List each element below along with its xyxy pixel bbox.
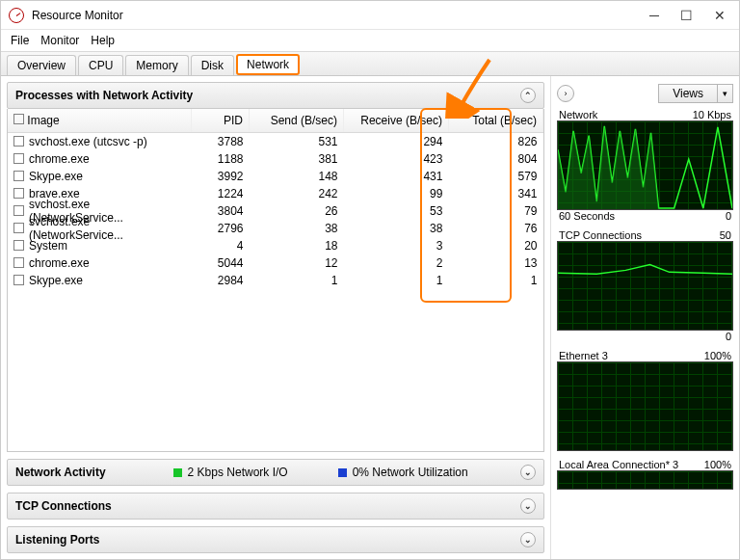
table-row[interactable]: svchost.exe (utcsvc -p)3788531294826 — [8, 132, 543, 150]
table-row[interactable]: Skype.exe3992148431579 — [8, 168, 543, 185]
menu-monitor[interactable]: Monitor — [40, 34, 79, 47]
cell-total: 579 — [448, 168, 542, 185]
main-pane: Processes with Network Activity ⌃ Image … — [1, 76, 551, 559]
cell-image: chrome.exe — [29, 256, 90, 270]
cell-pid: 1224 — [192, 185, 250, 202]
nav-right-icon[interactable]: › — [557, 85, 574, 102]
cell-send: 12 — [250, 254, 344, 272]
cell-image: svchost.exe (utcsvc -p) — [29, 135, 147, 148]
table-row[interactable]: chrome.exe504412213 — [8, 254, 543, 272]
cell-recv: 423 — [344, 150, 449, 168]
menu-file[interactable]: File — [11, 34, 29, 47]
cell-total: 826 — [448, 132, 542, 150]
cell-pid: 3992 — [192, 168, 250, 185]
col-send[interactable]: Send (B/sec) — [250, 109, 344, 132]
table-row[interactable]: Skype.exe2984111 — [8, 272, 543, 289]
cell-pid: 3788 — [192, 132, 250, 150]
col-image[interactable]: Image — [27, 114, 59, 127]
listening-header[interactable]: Listening Ports ⌄ — [7, 526, 544, 553]
graph2-title: TCP Connections — [559, 229, 642, 241]
graph2-foot-right: 0 — [726, 331, 731, 342]
graph3-title: Ethernet 3 — [559, 350, 608, 361]
checkbox-all[interactable] — [13, 114, 24, 124]
col-receive[interactable]: Receive (B/sec) — [344, 109, 449, 132]
row-checkbox[interactable] — [13, 223, 24, 233]
network-activity-title: Network Activity — [15, 466, 106, 479]
table-header-row: Image PID Send (B/sec) Receive (B/sec) T… — [8, 109, 543, 132]
chevron-down-icon[interactable]: ⌄ — [520, 465, 536, 480]
io-color-icon — [173, 468, 182, 477]
titlebar: Resource Monitor ─ ☐ ✕ — [1, 1, 739, 30]
cell-pid: 1188 — [192, 150, 250, 168]
minimize-button[interactable]: ─ — [649, 8, 659, 23]
chevron-down-icon[interactable]: ⌄ — [520, 498, 536, 514]
row-checkbox[interactable] — [13, 136, 24, 147]
graph4-max: 100% — [704, 459, 731, 470]
network-activity-stats: 2 Kbps Network I/O 0% Network Utilizatio… — [173, 466, 468, 479]
menu-help[interactable]: Help — [91, 34, 115, 47]
util-color-icon — [338, 468, 347, 477]
row-checkbox[interactable] — [13, 205, 24, 216]
tab-overview[interactable]: Overview — [7, 55, 76, 75]
cell-pid: 2984 — [192, 272, 250, 289]
cell-image: System — [29, 239, 67, 253]
cell-total: 79 — [448, 202, 542, 220]
views-dropdown-icon[interactable]: ▾ — [717, 85, 732, 102]
maximize-button[interactable]: ☐ — [680, 8, 693, 23]
row-checkbox[interactable] — [13, 188, 24, 199]
graph-network: Network 10 Kbps 60 Seconds 0 — [557, 109, 733, 222]
tab-network[interactable]: Network — [236, 54, 300, 75]
processes-title: Processes with Network Activity — [15, 89, 193, 102]
cell-recv: 3 — [344, 237, 449, 254]
network-activity-header[interactable]: Network Activity 2 Kbps Network I/O 0% N… — [7, 459, 544, 486]
row-checkbox[interactable] — [13, 257, 24, 268]
graph2-max: 50 — [720, 229, 731, 241]
graph-lac3: Local Area Connection* 3 100% — [557, 459, 733, 490]
graph1-title: Network — [559, 109, 597, 120]
listening-title: Listening Ports — [15, 533, 99, 547]
svg-marker-0 — [558, 126, 732, 209]
cell-pid: 3804 — [192, 202, 250, 220]
row-checkbox[interactable] — [13, 171, 24, 181]
cell-image: chrome.exe — [29, 152, 90, 166]
col-total[interactable]: Total (B/sec) — [448, 109, 542, 132]
row-checkbox[interactable] — [13, 275, 24, 285]
cell-send: 26 — [250, 202, 344, 220]
cell-send: 38 — [250, 220, 344, 237]
cell-recv: 1 — [344, 272, 449, 289]
network-io-text: 2 Kbps Network I/O — [188, 466, 288, 479]
table-row[interactable]: chrome.exe1188381423804 — [8, 150, 543, 168]
table-row[interactable]: svchost.exe (NetworkService...2796383876 — [8, 220, 543, 237]
views-row: › Views ▾ — [557, 82, 733, 105]
views-button[interactable]: Views ▾ — [658, 84, 733, 103]
cell-recv: 53 — [344, 202, 449, 220]
right-pane: › Views ▾ Network 10 Kbps — [551, 76, 739, 559]
tab-memory[interactable]: Memory — [125, 55, 188, 75]
window-controls: ─ ☐ ✕ — [649, 8, 726, 23]
row-checkbox[interactable] — [13, 153, 24, 164]
tcp-header[interactable]: TCP Connections ⌄ — [7, 493, 544, 520]
col-pid[interactable]: PID — [192, 109, 250, 132]
cell-send: 381 — [250, 150, 344, 168]
cell-image: Skype.exe — [29, 170, 83, 183]
graph1-foot-left: 60 Seconds — [559, 210, 615, 222]
chevron-up-icon[interactable]: ⌃ — [520, 88, 536, 103]
row-checkbox[interactable] — [13, 240, 24, 251]
cell-total: 13 — [448, 254, 542, 272]
network-util-text: 0% Network Utilization — [353, 466, 468, 479]
body: Processes with Network Activity ⌃ Image … — [1, 76, 739, 559]
tcp-title: TCP Connections — [15, 499, 112, 513]
tabs: Overview CPU Memory Disk Network — [1, 51, 739, 76]
tab-disk[interactable]: Disk — [191, 55, 234, 75]
processes-table: Image PID Send (B/sec) Receive (B/sec) T… — [7, 109, 544, 452]
processes-header[interactable]: Processes with Network Activity ⌃ — [7, 82, 544, 109]
cell-recv: 99 — [344, 185, 449, 202]
close-button[interactable]: ✕ — [714, 8, 726, 23]
cell-recv: 2 — [344, 254, 449, 272]
cell-pid: 2796 — [192, 220, 250, 237]
views-label: Views — [659, 85, 717, 102]
cell-total: 76 — [448, 220, 542, 237]
tab-cpu[interactable]: CPU — [78, 55, 123, 75]
cell-image: Skype.exe — [29, 274, 83, 287]
chevron-down-icon[interactable]: ⌄ — [520, 532, 536, 547]
